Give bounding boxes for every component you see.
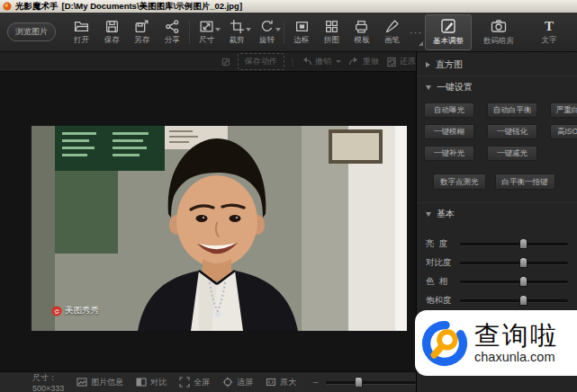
camera-icon [491,18,507,34]
hue-slider[interactable] [460,281,568,283]
tool-label: 另存 [134,35,149,46]
section-histogram[interactable]: 直方图 [417,57,577,73]
panel-divider [417,76,577,76]
brush-button[interactable]: 画笔 [377,15,407,49]
mode-tabs: 基本调整 数码暗房 T 文字 [425,14,572,50]
fullscreen-button[interactable]: 全屏 [179,377,210,388]
dropdown-caret-icon [215,28,221,31]
contrast-slider[interactable] [460,262,568,264]
portrait-photo-illustration [32,126,407,331]
save-as-button[interactable]: 另存 [127,15,157,49]
auto-exposure-button[interactable]: 自动曝光 [424,102,474,118]
meitu-badge-icon [51,306,62,316]
slider-label: 对比度 [426,257,460,269]
brightness-slider[interactable] [460,243,568,245]
tool-label: 画笔 [384,35,400,46]
crop-button[interactable]: 裁剪 [221,15,251,49]
spot-metering-button[interactable]: 数字点测光 [433,174,486,190]
crop-icon [230,19,245,34]
editing-canvas: 美图秀秀 [0,72,416,371]
zoom-slider-thumb[interactable] [355,377,363,388]
compare-label: 对比 [150,377,167,388]
tab-basic-adjust[interactable]: 基本调整 [425,14,472,50]
app-icon [3,2,12,11]
collage-grid-icon [324,19,339,34]
severe-white-balance-button[interactable]: 严重白平衡 [550,102,577,118]
template-button[interactable]: 模板 [347,15,376,49]
photo-watermark-label: 美图秀秀 [65,305,99,316]
fit-screen-label: 适屏 [237,377,253,388]
expanded-arrow-icon [426,212,431,217]
one-key-blur-button[interactable]: 一键模糊 [424,124,474,139]
section-label: 基本 [437,208,455,220]
resize-button[interactable]: 尺寸 [192,15,221,49]
photo-watermark: 美图秀秀 [51,305,99,316]
titlebar: 光影魔术手 [D:\My Documents\美图图库\示例图片_02.jpg] [0,0,577,13]
save-button[interactable]: 保存 [96,15,126,49]
revert-button[interactable]: 还原 [386,56,416,67]
zoom-out-button[interactable]: − [312,378,318,387]
section-one-click[interactable]: 一键设置 [417,79,577,95]
one-key-fill-light-button[interactable]: 一键补光 [424,146,474,161]
zoom-slider-track[interactable] [326,381,416,384]
collage-button[interactable]: 拼图 [317,15,347,49]
section-basic[interactable]: 基本 [417,206,577,222]
tool-label: 模板 [354,35,369,46]
tab-digital-darkroom[interactable]: 数码暗房 [475,14,522,50]
toolbar-overflow-button[interactable]: ··· [407,17,425,48]
image-info-button[interactable]: 图片信息 [77,377,123,388]
fit-screen-button[interactable]: 适屏 [222,377,253,388]
contrast-slider-row: 对比度 [417,254,577,272]
tab-label: 文字 [542,35,557,46]
auto-white-balance-button[interactable]: 自动白平衡 [487,102,537,118]
browse-pictures-button[interactable]: 浏览图片 [7,22,56,41]
border-button[interactable]: 边框 [286,15,316,49]
redo-arrow-icon [348,57,360,67]
share-button[interactable]: 分享 [157,15,186,49]
saturation-slider[interactable] [460,299,568,302]
photo-image: 美图秀秀 [32,126,407,331]
tab-text[interactable]: T 文字 [526,14,572,50]
overflow-dots: ··· [410,27,422,38]
share-icon [165,19,180,34]
high-iso-denoise-button[interactable]: 高ISO降噪 [550,124,577,139]
zoom-control: − + [312,378,428,387]
undo-button[interactable]: 撤销 [301,56,341,67]
original-size-button[interactable]: 原大 [266,377,296,388]
edit-pencil-icon [440,18,456,34]
tool-label: 拼图 [324,35,339,46]
rotate-icon [259,19,275,34]
image-size-label: 尺寸：500×333 [32,372,64,392]
watermark-brand: 查询啦 [474,322,558,349]
save-action-icon [221,57,230,67]
rotate-button[interactable]: 旋转 [252,15,282,49]
original-size-label: 原大 [280,377,296,388]
brush-icon [384,19,400,34]
one-key-sharpen-button[interactable]: 一键锐化 [487,124,537,139]
slider-thumb[interactable] [519,276,527,287]
section-label: 直方图 [436,58,463,71]
slider-label: 饱和度 [426,295,460,307]
dropdown-caret-icon [275,28,281,31]
toolbar-separator [284,21,284,44]
slider-thumb[interactable] [519,238,527,249]
border-frame-icon [294,19,310,34]
one-key-dim-light-button[interactable]: 一键减光 [487,146,537,161]
app-title: 光影魔术手 [15,1,59,13]
template-printer-icon [354,19,369,34]
slider-thumb[interactable] [519,257,527,268]
save-action-button[interactable]: 保存动作 [238,53,284,70]
open-button[interactable]: 打开 [67,15,96,49]
redo-button[interactable]: 重做 [348,56,379,67]
tool-label: 边框 [294,35,310,46]
fullscreen-label: 全屏 [194,377,210,388]
section-label: 一键设置 [437,81,473,94]
expanded-arrow-icon [426,85,431,90]
white-balance-one-touch-button[interactable]: 白平衡一指键 [495,174,555,190]
text-t-icon: T [545,19,554,33]
slider-thumb[interactable] [519,295,527,306]
compare-button[interactable]: 对比 [136,377,167,388]
action-bar: 保存动作 | 撤销 重做 还原 [0,52,416,72]
status-bar: 尺寸：500×333 图片信息 对比 全屏 适屏 原大 − + [0,371,416,392]
undo-arrow-icon [301,57,312,67]
